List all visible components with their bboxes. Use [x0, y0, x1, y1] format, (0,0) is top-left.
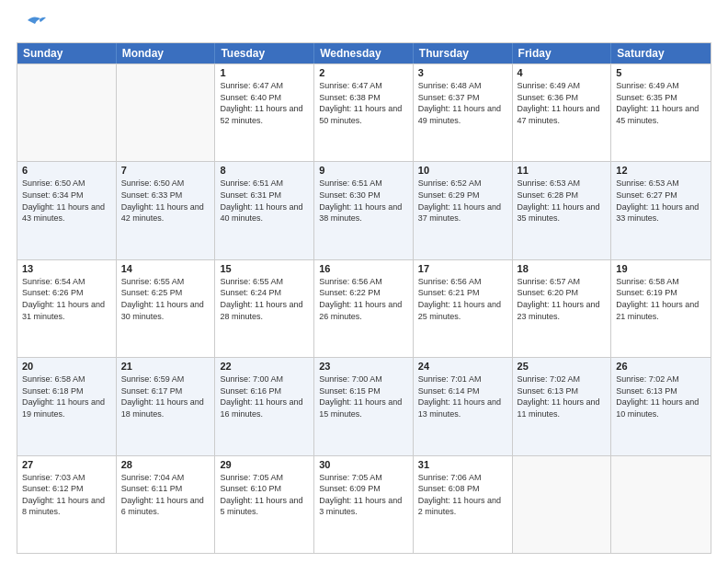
day-number: 6 — [22, 165, 111, 176]
day-cell-27: 27Sunrise: 7:03 AM Sunset: 6:12 PM Dayli… — [17, 456, 117, 553]
day-number: 26 — [616, 361, 706, 372]
day-cell-9: 9Sunrise: 6:51 AM Sunset: 6:30 PM Daylig… — [314, 162, 414, 259]
day-info: Sunrise: 7:04 AM Sunset: 6:11 PM Dayligh… — [121, 472, 210, 518]
day-info: Sunrise: 7:02 AM Sunset: 6:13 PM Dayligh… — [518, 373, 607, 419]
day-cell-20: 20Sunrise: 6:58 AM Sunset: 6:18 PM Dayli… — [17, 358, 117, 454]
empty-cell — [611, 456, 711, 553]
day-cell-14: 14Sunrise: 6:55 AM Sunset: 6:25 PM Dayli… — [117, 260, 216, 357]
weekday-header-thursday: Thursday — [414, 43, 513, 63]
day-info: Sunrise: 6:57 AM Sunset: 6:20 PM Dayligh… — [518, 276, 607, 322]
calendar-row-4: 27Sunrise: 7:03 AM Sunset: 6:12 PM Dayli… — [17, 455, 711, 553]
calendar-row-0: 1Sunrise: 6:47 AM Sunset: 6:40 PM Daylig… — [17, 63, 711, 161]
calendar: SundayMondayTuesdayWednesdayThursdayFrid… — [17, 42, 711, 554]
day-info: Sunrise: 7:00 AM Sunset: 6:16 PM Dayligh… — [220, 373, 309, 419]
day-number: 13 — [22, 263, 111, 274]
day-cell-15: 15Sunrise: 6:55 AM Sunset: 6:24 PM Dayli… — [215, 260, 314, 357]
day-cell-3: 3Sunrise: 6:48 AM Sunset: 6:37 PM Daylig… — [414, 64, 513, 161]
day-info: Sunrise: 7:06 AM Sunset: 6:08 PM Dayligh… — [418, 472, 507, 518]
empty-cell — [513, 456, 612, 553]
day-info: Sunrise: 6:47 AM Sunset: 6:40 PM Dayligh… — [220, 80, 309, 126]
day-number: 21 — [121, 361, 210, 372]
day-info: Sunrise: 7:00 AM Sunset: 6:15 PM Dayligh… — [319, 373, 408, 419]
day-cell-19: 19Sunrise: 6:58 AM Sunset: 6:19 PM Dayli… — [611, 260, 711, 357]
day-number: 5 — [616, 67, 706, 78]
weekday-header-sunday: Sunday — [17, 43, 117, 63]
day-number: 20 — [22, 361, 111, 372]
day-number: 19 — [616, 263, 706, 274]
day-number: 8 — [220, 165, 309, 176]
day-cell-5: 5Sunrise: 6:49 AM Sunset: 6:35 PM Daylig… — [611, 64, 711, 161]
day-number: 23 — [319, 361, 408, 372]
logo-bird-icon — [20, 13, 46, 33]
day-cell-7: 7Sunrise: 6:50 AM Sunset: 6:33 PM Daylig… — [117, 162, 216, 259]
day-cell-25: 25Sunrise: 7:02 AM Sunset: 6:13 PM Dayli… — [513, 358, 612, 454]
weekday-header-friday: Friday — [513, 43, 612, 63]
day-cell-1: 1Sunrise: 6:47 AM Sunset: 6:40 PM Daylig… — [215, 64, 314, 161]
day-info: Sunrise: 6:55 AM Sunset: 6:24 PM Dayligh… — [220, 276, 309, 322]
day-info: Sunrise: 6:51 AM Sunset: 6:30 PM Dayligh… — [319, 178, 408, 224]
day-info: Sunrise: 6:55 AM Sunset: 6:25 PM Dayligh… — [121, 276, 210, 322]
day-info: Sunrise: 6:47 AM Sunset: 6:38 PM Dayligh… — [319, 80, 408, 126]
day-info: Sunrise: 6:48 AM Sunset: 6:37 PM Dayligh… — [418, 80, 507, 126]
day-info: Sunrise: 6:58 AM Sunset: 6:19 PM Dayligh… — [616, 276, 706, 322]
weekday-header-saturday: Saturday — [611, 43, 711, 63]
day-cell-29: 29Sunrise: 7:05 AM Sunset: 6:10 PM Dayli… — [215, 456, 314, 553]
weekday-header-wednesday: Wednesday — [314, 43, 414, 63]
day-number: 18 — [518, 263, 607, 274]
day-info: Sunrise: 6:52 AM Sunset: 6:29 PM Dayligh… — [418, 178, 507, 224]
day-number: 27 — [22, 459, 111, 470]
day-cell-23: 23Sunrise: 7:00 AM Sunset: 6:15 PM Dayli… — [314, 358, 414, 454]
day-cell-2: 2Sunrise: 6:47 AM Sunset: 6:38 PM Daylig… — [314, 64, 414, 161]
day-info: Sunrise: 7:03 AM Sunset: 6:12 PM Dayligh… — [22, 472, 111, 518]
day-number: 3 — [418, 67, 507, 78]
day-number: 24 — [418, 361, 507, 372]
day-cell-18: 18Sunrise: 6:57 AM Sunset: 6:20 PM Dayli… — [513, 260, 612, 357]
day-info: Sunrise: 6:58 AM Sunset: 6:18 PM Dayligh… — [22, 373, 111, 419]
day-info: Sunrise: 6:49 AM Sunset: 6:36 PM Dayligh… — [518, 80, 607, 126]
day-number: 14 — [121, 263, 210, 274]
day-cell-24: 24Sunrise: 7:01 AM Sunset: 6:14 PM Dayli… — [414, 358, 513, 454]
day-number: 31 — [418, 459, 507, 470]
day-info: Sunrise: 6:53 AM Sunset: 6:28 PM Dayligh… — [518, 178, 607, 224]
day-number: 17 — [418, 263, 507, 274]
day-cell-11: 11Sunrise: 6:53 AM Sunset: 6:28 PM Dayli… — [513, 162, 612, 259]
day-info: Sunrise: 7:02 AM Sunset: 6:13 PM Dayligh… — [616, 373, 706, 419]
day-cell-28: 28Sunrise: 7:04 AM Sunset: 6:11 PM Dayli… — [117, 456, 216, 553]
day-info: Sunrise: 6:50 AM Sunset: 6:33 PM Dayligh… — [121, 178, 210, 224]
day-info: Sunrise: 6:54 AM Sunset: 6:26 PM Dayligh… — [22, 276, 111, 322]
day-info: Sunrise: 6:51 AM Sunset: 6:31 PM Dayligh… — [220, 178, 309, 224]
day-number: 16 — [319, 263, 408, 274]
day-number: 10 — [418, 165, 507, 176]
page: SundayMondayTuesdayWednesdayThursdayFrid… — [0, 0, 728, 563]
day-cell-13: 13Sunrise: 6:54 AM Sunset: 6:26 PM Dayli… — [17, 260, 117, 357]
day-number: 30 — [319, 459, 408, 470]
day-number: 2 — [319, 67, 408, 78]
day-number: 7 — [121, 165, 210, 176]
day-number: 4 — [518, 67, 607, 78]
day-number: 9 — [319, 165, 408, 176]
calendar-row-1: 6Sunrise: 6:50 AM Sunset: 6:34 PM Daylig… — [17, 161, 711, 259]
empty-cell — [17, 64, 117, 161]
day-cell-22: 22Sunrise: 7:00 AM Sunset: 6:16 PM Dayli… — [215, 358, 314, 454]
day-info: Sunrise: 6:56 AM Sunset: 6:21 PM Dayligh… — [418, 276, 507, 322]
header — [17, 17, 711, 33]
day-cell-21: 21Sunrise: 6:59 AM Sunset: 6:17 PM Dayli… — [117, 358, 216, 454]
day-number: 22 — [220, 361, 309, 372]
day-info: Sunrise: 7:05 AM Sunset: 6:09 PM Dayligh… — [319, 472, 408, 518]
day-info: Sunrise: 6:50 AM Sunset: 6:34 PM Dayligh… — [22, 178, 111, 224]
day-cell-30: 30Sunrise: 7:05 AM Sunset: 6:09 PM Dayli… — [314, 456, 414, 553]
day-info: Sunrise: 6:56 AM Sunset: 6:22 PM Dayligh… — [319, 276, 408, 322]
day-cell-26: 26Sunrise: 7:02 AM Sunset: 6:13 PM Dayli… — [611, 358, 711, 454]
day-number: 12 — [616, 165, 706, 176]
day-number: 28 — [121, 459, 210, 470]
day-cell-4: 4Sunrise: 6:49 AM Sunset: 6:36 PM Daylig… — [513, 64, 612, 161]
calendar-header: SundayMondayTuesdayWednesdayThursdayFrid… — [17, 43, 711, 63]
day-cell-31: 31Sunrise: 7:06 AM Sunset: 6:08 PM Dayli… — [414, 456, 513, 553]
day-number: 1 — [220, 67, 309, 78]
day-cell-6: 6Sunrise: 6:50 AM Sunset: 6:34 PM Daylig… — [17, 162, 117, 259]
day-cell-10: 10Sunrise: 6:52 AM Sunset: 6:29 PM Dayli… — [414, 162, 513, 259]
day-cell-12: 12Sunrise: 6:53 AM Sunset: 6:27 PM Dayli… — [611, 162, 711, 259]
day-info: Sunrise: 7:01 AM Sunset: 6:14 PM Dayligh… — [418, 373, 507, 419]
empty-cell — [117, 64, 216, 161]
weekday-header-monday: Monday — [117, 43, 216, 63]
